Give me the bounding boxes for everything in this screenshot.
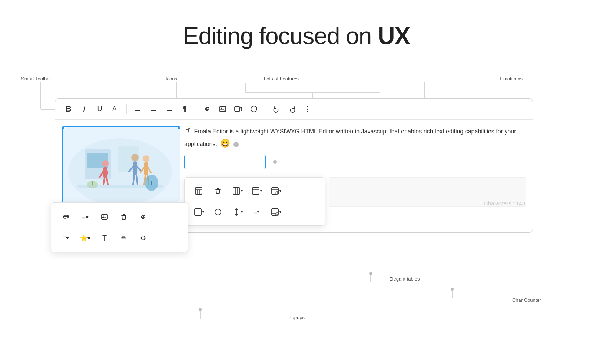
toolbar-italic-button[interactable]: i: [77, 102, 91, 116]
toolbar-align-left-button[interactable]: [131, 102, 145, 116]
table-popup-row-1: ▾ ▾ ▾: [191, 183, 318, 198]
img-replace-button[interactable]: [59, 209, 73, 224]
table-popup: ▾ ▾ ▾: [184, 177, 325, 226]
img-align-button[interactable]: ≡▾: [78, 209, 93, 224]
text-cursor: [188, 158, 188, 166]
svg-rect-67: [233, 188, 240, 194]
svg-point-44: [131, 154, 139, 161]
svg-point-13: [199, 308, 202, 311]
svg-rect-27: [220, 106, 226, 112]
table-popup-row-2: ▾ ▾ ≡▾: [191, 205, 318, 219]
svg-rect-70: [252, 188, 259, 194]
toolbar-undo-button[interactable]: [270, 102, 283, 116]
text-input-row: [184, 155, 526, 169]
send-icon: [184, 126, 191, 136]
editor-toolbar: B i U A: ¶: [55, 99, 533, 120]
heading-bold: UX: [378, 23, 410, 49]
toolbar-redo-button[interactable]: [285, 102, 299, 116]
annotation-icons: Icons: [166, 76, 177, 82]
svg-rect-62: [195, 188, 202, 194]
annotation-lots-of-features: Lots of Features: [264, 76, 299, 82]
image-popup-row-2: ≡▾ ⭐▾ T ✏ ⚙: [59, 231, 180, 245]
svg-rect-29: [235, 107, 240, 111]
svg-rect-20: [135, 110, 140, 111]
svg-rect-26: [167, 110, 172, 111]
table-style-button[interactable]: ▾: [268, 183, 283, 198]
editor-content-area: ≡▾: [55, 120, 533, 232]
heading-normal: Editing focused on: [183, 23, 378, 49]
illustration-svg: [63, 127, 178, 204]
toolbar-bold-button[interactable]: B: [62, 102, 75, 116]
image-popup-row-1: ≡▾: [59, 209, 180, 224]
lower-content: ▾ ▾ ▾: [184, 177, 526, 226]
popup-divider: [59, 229, 180, 229]
annotation-smart-toolbar: Smart Toolbar: [21, 76, 51, 82]
editor-image[interactable]: [62, 126, 180, 204]
toolbar-sep-2: [196, 104, 196, 114]
table-textalign-button[interactable]: ≡▾: [249, 205, 264, 219]
svg-rect-60: [102, 214, 107, 219]
annotation-char-counter: Char Counter: [512, 297, 541, 303]
svg-rect-24: [166, 107, 172, 107]
selected-image-container: ≡▾: [62, 126, 177, 204]
svg-rect-45: [133, 161, 137, 175]
img-link-button[interactable]: [136, 209, 150, 224]
img-caption-button[interactable]: ⭐▾: [78, 231, 93, 245]
image-popup: ≡▾: [51, 202, 188, 252]
table-cellstyle-button[interactable]: ▾: [268, 205, 283, 219]
svg-point-15: [369, 272, 372, 275]
svg-point-17: [451, 288, 454, 291]
svg-rect-19: [135, 109, 139, 109]
img-properties-button[interactable]: ⚙: [136, 231, 150, 245]
resize-handle-tr[interactable]: [178, 126, 180, 129]
svg-rect-23: [151, 110, 156, 111]
table-valign-button[interactable]: ▾: [230, 205, 245, 219]
table-insert-button[interactable]: [191, 183, 206, 198]
img-display-button[interactable]: [97, 209, 112, 224]
text-input-box[interactable]: [184, 155, 266, 169]
table-delete-button[interactable]: [211, 183, 225, 198]
svg-rect-18: [135, 107, 141, 107]
svg-rect-22: [152, 109, 155, 109]
svg-rect-21: [150, 107, 156, 107]
svg-point-61: [103, 216, 104, 217]
img-delete-button[interactable]: [116, 209, 131, 224]
char-counter: Characters : 143: [484, 200, 525, 206]
toolbar-add-button[interactable]: [247, 102, 261, 116]
editor-wrapper: B i U A: ¶: [55, 98, 533, 233]
table-popup-divider: [191, 203, 318, 203]
toolbar-fontsize-button[interactable]: A:: [109, 102, 122, 116]
toolbar-more-button[interactable]: ⋮: [301, 102, 314, 116]
toolbar-image-button[interactable]: [216, 102, 229, 116]
img-alttext-button[interactable]: T: [97, 231, 112, 245]
toolbar-sep-1: [126, 104, 127, 114]
svg-point-28: [221, 108, 222, 109]
svg-point-50: [143, 155, 149, 162]
svg-rect-25: [168, 109, 172, 109]
annotation-dot-input: [273, 160, 277, 164]
toolbar-align-center-button[interactable]: [147, 102, 160, 116]
annotation-dot-emoticons: [233, 142, 239, 147]
annotation-emoticons: Emoticons: [500, 76, 523, 82]
toolbar-underline-button[interactable]: U: [93, 102, 106, 116]
table-bg-button[interactable]: [211, 205, 225, 219]
table-col-button[interactable]: ▾: [230, 183, 245, 198]
text-content-area: Froala Editor is a lightweight WYSIWYG H…: [184, 126, 526, 226]
resize-handle-tl[interactable]: [62, 126, 65, 129]
table-cell-button[interactable]: ▾: [191, 205, 206, 219]
annotation-elegant-tables: Elegant tables: [389, 276, 420, 282]
toolbar-link-button[interactable]: [201, 102, 214, 116]
table-row-button[interactable]: ▾: [249, 183, 264, 198]
editor-paragraph: Froala Editor is a lightweight WYSIWYG H…: [184, 126, 526, 150]
svg-rect-51: [144, 162, 148, 175]
toolbar-align-right-button[interactable]: [162, 102, 176, 116]
page-heading: Editing focused on UX: [0, 0, 593, 50]
toolbar-paragraph-button[interactable]: ¶: [178, 102, 191, 116]
toolbar-video-button[interactable]: [232, 102, 245, 116]
annotation-popups: Popups: [288, 315, 305, 320]
toolbar-sep-3: [265, 104, 265, 114]
editor-box: B i U A: ¶: [55, 98, 533, 233]
emoticon-smiley: 😀: [220, 139, 230, 148]
img-edit-button[interactable]: ✏: [116, 231, 131, 245]
img-wrap-button[interactable]: ≡▾: [59, 231, 73, 245]
